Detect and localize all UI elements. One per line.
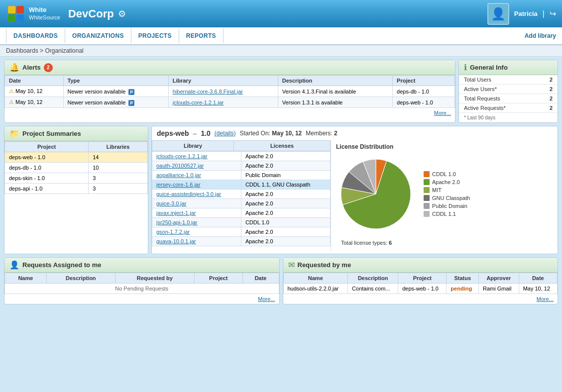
- legend-item: Public Domain: [424, 203, 470, 209]
- library-row: jsr250-api-1.0.jarCDDL 1.0: [152, 218, 331, 227]
- col-type: Type: [63, 76, 168, 86]
- legend-swatch: [424, 187, 430, 193]
- requests-assigned-more-link[interactable]: More...: [4, 294, 279, 304]
- nav-items: DASHBOARDS ORGANIZATIONS PROJECTS REPORT…: [6, 28, 224, 43]
- col-description: Description: [278, 76, 392, 86]
- legend-item: MIT: [424, 187, 470, 193]
- req-byme-col: Description: [348, 273, 398, 284]
- pd-dash: –: [193, 129, 197, 137]
- nav-reports[interactable]: REPORTS: [179, 28, 224, 43]
- username-label: Patricia: [514, 10, 538, 17]
- nav-organizations[interactable]: ORGANIZATIONS: [65, 28, 131, 43]
- company-name: DevCorp: [68, 7, 114, 20]
- general-info-panel: ℹ General Info Total Users2Active Users*…: [458, 60, 558, 123]
- legend-item: CDDL 1.1: [424, 211, 470, 217]
- col-library: Library: [168, 76, 278, 86]
- middle-row: 📁 Project Summaries Project Libraries de…: [4, 126, 558, 254]
- library-row: javax.inject-1.jarApache 2.0: [152, 208, 331, 218]
- avatar: 👤: [487, 3, 509, 25]
- nav-dashboards[interactable]: DASHBOARDS: [6, 28, 65, 43]
- pd-details-link[interactable]: (details): [215, 130, 236, 137]
- alerts-badge: 2: [44, 63, 53, 72]
- library-row: guice-3.0.jarApache 2.0: [152, 199, 331, 208]
- alerts-title: Alerts: [22, 64, 41, 71]
- pie-svg: [336, 154, 416, 234]
- pd-project-name: deps-web: [157, 129, 189, 137]
- project-summary-row[interactable]: deps-api - 1.03: [5, 184, 148, 194]
- req-assigned-col: Description: [46, 273, 115, 284]
- requested-by-me-header: ✉ Requested by me: [283, 258, 558, 273]
- logo-sq3: [8, 14, 15, 22]
- lib-scroll: jclouds-core-1.2.1.jarApache 2.0oauth-20…: [152, 151, 331, 246]
- library-row: jclouds-core-1.2.1.jarApache 2.0: [152, 152, 331, 161]
- pie-chart: [336, 154, 416, 234]
- requests-assigned-header: 👤 Requests Assigned to me: [4, 258, 279, 273]
- legend-item: GNU Classpath: [424, 195, 470, 201]
- requested-by-me-more-link[interactable]: More...: [283, 294, 558, 304]
- lib-scroll-table: jclouds-core-1.2.1.jarApache 2.0oauth-20…: [152, 151, 331, 246]
- pd-members: Members: 2: [306, 130, 337, 137]
- ps-col-libraries: Libraries: [89, 142, 148, 152]
- requested-by-me-panel: ✉ Requested by me NameDescriptionProject…: [283, 257, 559, 304]
- alert-description: Version 1.3.1 is available: [278, 97, 392, 108]
- gear-icon[interactable]: ⚙: [118, 8, 126, 19]
- license-dist-title: License Distribution: [336, 143, 553, 150]
- logout-icon[interactable]: ↪: [550, 9, 556, 18]
- chart-area: CDDL 1.0Apache 2.0MITGNU ClasspathPublic…: [336, 154, 553, 234]
- legend-swatch: [424, 195, 430, 201]
- general-info-header: ℹ General Info: [459, 60, 558, 75]
- logo-sq4: [16, 14, 24, 22]
- lib-list-table: Library Licenses: [152, 140, 331, 151]
- nav-projects[interactable]: PROJECTS: [131, 28, 179, 43]
- breadcrumb: Dashboards > Organizational: [0, 45, 562, 57]
- gi-row: Total Requests2: [459, 94, 558, 103]
- alerts-table: Date Type Library Description Project ⚠ …: [4, 75, 455, 108]
- header-separator: |: [543, 9, 545, 18]
- req-assigned-col: Requested by: [115, 273, 194, 284]
- req-byme-row: hudson-utils-2.2.0.jar Contains com... d…: [283, 284, 558, 294]
- project-summary-row[interactable]: deps-web - 1.014: [5, 152, 148, 163]
- alerts-more-link[interactable]: More...: [4, 108, 455, 118]
- alert-library[interactable]: jclouds-core-1.2.1.jar: [168, 97, 278, 108]
- project-summary-row[interactable]: deps-db - 1.010: [5, 163, 148, 173]
- legend-swatch: [424, 171, 430, 177]
- project-summary-row[interactable]: deps-skin - 1.03: [5, 173, 148, 184]
- alert-project: deps-db - 1.0: [393, 86, 455, 97]
- alert-row: ⚠ May 10, 12 Newer version available P j…: [5, 97, 455, 108]
- requested-by-me-title: Requested by me: [298, 261, 351, 269]
- req-assigned-col: Name: [5, 273, 47, 284]
- library-row: aopalliance-1.0.jarPublic Domain: [152, 171, 331, 180]
- req-byme-col: Status: [447, 273, 479, 284]
- alerts-panel: 🔔 Alerts 2 Date Type Library Description…: [4, 60, 455, 123]
- req-assigned-col: Date: [242, 273, 279, 284]
- req-byme-col: Name: [283, 273, 348, 284]
- legend-item: CDDL 1.0: [424, 171, 470, 177]
- project-summaries-header: 📁 Project Summaries: [4, 126, 148, 141]
- top-row: 🔔 Alerts 2 Date Type Library Description…: [4, 60, 558, 123]
- pd-started-label: Started On: May 10, 12: [240, 130, 302, 137]
- logo-sq2: [16, 6, 24, 13]
- requested-by-me-table: NameDescriptionProjectStatusApproverDate…: [283, 273, 558, 294]
- general-info-title: General Info: [470, 64, 508, 71]
- logo-text: White WhiteSource: [29, 6, 60, 21]
- req-byme-col: Approver: [479, 273, 519, 284]
- project-summaries-icon: 📁: [9, 129, 19, 138]
- project-summaries-title: Project Summaries: [22, 130, 81, 137]
- navbar: DASHBOARDS ORGANIZATIONS PROJECTS REPORT…: [0, 27, 562, 45]
- add-library-button[interactable]: Add library: [525, 32, 556, 39]
- library-row: gson-1.7.2.jarApache 2.0: [152, 227, 331, 237]
- requests-assigned-table: NameDescriptionRequested byProjectDate N…: [4, 273, 279, 294]
- general-info-body: Total Users2Active Users*2Total Requests…: [459, 75, 558, 113]
- alert-library[interactable]: hibernate-core-3.6.8.Final.jar: [168, 86, 278, 97]
- header-right: 👤 Patricia | ↪: [487, 3, 556, 25]
- requests-assigned-title: Requests Assigned to me: [22, 261, 101, 269]
- lib-list: Library Licenses jclouds-core-1.2.1.jarA…: [152, 140, 331, 251]
- alert-type: Newer version available P: [63, 86, 168, 97]
- gi-footnote: * Last 90 days: [459, 113, 558, 122]
- alerts-icon: 🔔: [9, 63, 19, 72]
- general-info-icon: ℹ: [464, 63, 467, 72]
- req-byme-col: Date: [519, 273, 557, 284]
- ps-col-project: Project: [5, 142, 89, 152]
- alert-project: deps-web - 1.0: [393, 97, 455, 108]
- req-byme-col: Project: [398, 273, 447, 284]
